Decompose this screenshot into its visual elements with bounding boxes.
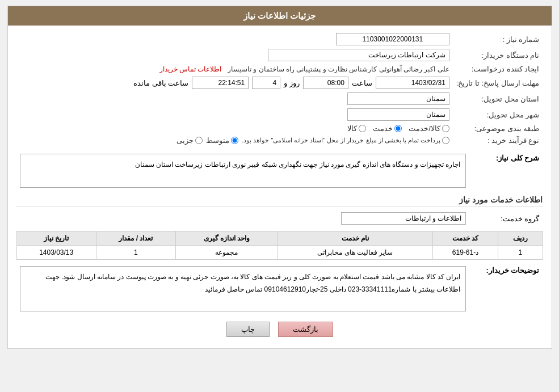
category-kala-label: کالا xyxy=(347,124,357,133)
city-value xyxy=(16,107,453,123)
process-motavaset-label: متوسط xyxy=(206,136,229,145)
page-title: جزئیات اطلاعات نیاز xyxy=(243,11,316,20)
col-quantity: تعداد / مقدار xyxy=(96,231,175,246)
contact-link[interactable]: اطلاعات تماس خریدار xyxy=(159,65,222,73)
print-button[interactable]: چاپ xyxy=(226,322,270,337)
need-number-label: شماره نیاز : xyxy=(453,31,543,47)
send-time-label: ساعت xyxy=(352,79,372,87)
category-kala-khedmat-radio[interactable] xyxy=(442,125,449,132)
notes-row: توضیحات خریدار: ایران کد کالا مشابه می ب… xyxy=(16,264,543,313)
service-group-row: گروه خدمت: xyxy=(16,210,543,226)
cell-name: سایر فعالیت های مخابراتی xyxy=(278,246,432,260)
process-motavaset[interactable]: متوسط xyxy=(206,136,238,145)
notes-value-cell: ایران کد کالا مشابه می باشد قیمت استعلام… xyxy=(16,264,469,313)
city-row: شهر محل تحویل: xyxy=(16,107,543,123)
button-row: بازگشت چاپ xyxy=(16,322,543,337)
need-number-input[interactable] xyxy=(336,33,449,45)
need-number-value xyxy=(90,31,453,47)
service-group-label: گروه خدمت: xyxy=(469,210,543,226)
category-kala-radio[interactable] xyxy=(359,125,366,132)
cell-row: 1 xyxy=(498,246,543,260)
city-label: شهر محل تحویل: xyxy=(453,107,543,123)
service-group-input[interactable] xyxy=(341,212,466,225)
service-group-value xyxy=(16,210,469,226)
province-row: استان محل تحویل: xyxy=(16,91,543,107)
services-table-head: ردیف کد خدمت نام خدمت واحد اندازه گیری ت… xyxy=(16,231,543,246)
cell-code: د-61-619 xyxy=(432,246,498,260)
buyer-name-input[interactable] xyxy=(268,49,449,61)
notes-content: ایران کد کالا مشابه می باشد قیمت استعلام… xyxy=(45,273,461,293)
creator-label: ایجاد کننده درخواست: xyxy=(453,63,543,75)
send-remaining-label: ساعت باقی مانده xyxy=(133,79,188,87)
description-box: اجاره تجهیزات و دستگاه های اندازه گیری م… xyxy=(20,154,466,188)
content-area: شماره نیاز : نام دستگاه خریدار: ایجاد کن… xyxy=(8,26,552,348)
process-motavaset-radio[interactable] xyxy=(231,137,238,144)
creator-row: ایجاد کننده درخواست: علی اکبر رضائی آهوا… xyxy=(16,63,543,75)
col-row: ردیف xyxy=(498,231,543,246)
services-data-table: ردیف کد خدمت نام خدمت واحد اندازه گیری ت… xyxy=(16,231,543,260)
cell-date: 1403/03/13 xyxy=(16,246,96,260)
send-days-label: روز و xyxy=(284,79,300,87)
services-section: اطلاعات خدمات مورد نیاز گروه خدمت: ردیف … xyxy=(16,195,543,260)
category-kala-khedmat-label: کالا/خدمت xyxy=(409,124,440,133)
page-header: جزئیات اطلاعات نیاز xyxy=(8,6,552,26)
buyer-name-label: نام دستگاه خریدار: xyxy=(453,47,543,63)
notes-table: توضیحات خریدار: ایران کد کالا مشابه می ب… xyxy=(16,264,543,313)
category-kala[interactable]: کالا xyxy=(347,124,366,133)
send-date-input[interactable] xyxy=(376,77,449,89)
table-row: 1 د-61-619 سایر فعالیت های مخابراتی مجمو… xyxy=(16,246,543,260)
category-options: کالا/خدمت خدمت کالا xyxy=(16,123,453,134)
category-kala-khedmat[interactable]: کالا/خدمت xyxy=(409,124,449,133)
category-row: طبقه بندی موضوعی: کالا/خدمت خدمت xyxy=(16,123,543,134)
creator-value: علی اکبر رضائی آهوانوئی کارشناس نظارت و … xyxy=(16,63,453,75)
city-input[interactable] xyxy=(347,108,449,121)
description-label: شرح کلی نیاز: xyxy=(496,154,540,162)
services-table-header-row: ردیف کد خدمت نام خدمت واحد اندازه گیری ت… xyxy=(16,231,543,246)
process-jozii-radio[interactable] xyxy=(195,137,203,144)
send-remaining-input[interactable] xyxy=(192,77,249,89)
description-row: شرح کلی نیاز: اجاره تجهیزات و دستگاه های… xyxy=(16,152,543,189)
process-asnad-radio[interactable] xyxy=(442,137,449,144)
process-jozii-label: جزیی xyxy=(176,136,194,145)
services-title: اطلاعات خدمات مورد نیاز xyxy=(16,195,543,207)
process-asnad-label: پرداخت تمام یا بخشی از مبلغ خریدار از مح… xyxy=(242,137,440,144)
need-number-row: شماره نیاز : xyxy=(16,31,543,47)
province-input[interactable] xyxy=(347,92,449,105)
col-date: تاریخ نیاز xyxy=(16,231,96,246)
col-code: کد خدمت xyxy=(432,231,498,246)
process-row: نوع فرآیند خرید : پرداخت تمام یا بخشی از… xyxy=(16,134,543,146)
send-days-input[interactable] xyxy=(252,77,280,89)
description-content: اجاره تجهیزات و دستگاه های اندازه گیری م… xyxy=(135,161,461,168)
col-unit: واحد اندازه گیری xyxy=(176,231,278,246)
back-button[interactable]: بازگشت xyxy=(278,322,333,337)
send-time-input[interactable] xyxy=(303,77,348,89)
category-khedmat-radio[interactable] xyxy=(394,125,402,132)
province-value xyxy=(16,91,453,107)
process-label: نوع فرآیند خرید : xyxy=(453,134,543,146)
category-radio-group: کالا/خدمت خدمت کالا xyxy=(20,124,449,133)
description-value-cell: اجاره تجهیزات و دستگاه های اندازه گیری م… xyxy=(16,152,469,189)
process-jozii[interactable]: جزیی xyxy=(176,136,203,145)
category-label: طبقه بندی موضوعی: xyxy=(453,123,543,134)
process-options: پرداخت تمام یا بخشی از مبلغ خریدار از مح… xyxy=(16,134,453,146)
buyer-name-value xyxy=(16,47,453,63)
process-radio-group: پرداخت تمام یا بخشی از مبلغ خریدار از مح… xyxy=(20,136,449,145)
creator-text: علی اکبر رضائی آهوانوئی کارشناس نظارت و … xyxy=(228,65,449,73)
cell-unit: مجموعه xyxy=(176,246,278,260)
notes-label-cell: توضیحات خریدار: xyxy=(469,264,543,313)
province-label: استان محل تحویل: xyxy=(453,91,543,107)
send-date-row: مهلت ارسال پاسخ: تا تاریخ: ساعت روز و سا… xyxy=(16,75,543,91)
services-table-body: 1 د-61-619 سایر فعالیت های مخابراتی مجمو… xyxy=(16,246,543,260)
send-date-cell: ساعت روز و ساعت باقی مانده xyxy=(16,75,453,91)
notes-label: توضیحات خریدار: xyxy=(486,266,540,275)
process-asnad[interactable]: پرداخت تمام یا بخشی از مبلغ خریدار از مح… xyxy=(242,137,449,144)
description-section: شرح کلی نیاز: اجاره تجهیزات و دستگاه های… xyxy=(16,152,543,189)
buyer-name-row: نام دستگاه خریدار: xyxy=(16,47,543,63)
info-table: شماره نیاز : نام دستگاه خریدار: ایجاد کن… xyxy=(16,31,543,146)
page-container: جزئیات اطلاعات نیاز شماره نیاز : نام دست… xyxy=(7,6,552,349)
col-name: نام خدمت xyxy=(278,231,432,246)
description-table: شرح کلی نیاز: اجاره تجهیزات و دستگاه های… xyxy=(16,152,543,189)
category-khedmat[interactable]: خدمت xyxy=(373,124,402,133)
cell-quantity: 1 xyxy=(96,246,175,260)
service-group-table: گروه خدمت: xyxy=(16,210,543,226)
